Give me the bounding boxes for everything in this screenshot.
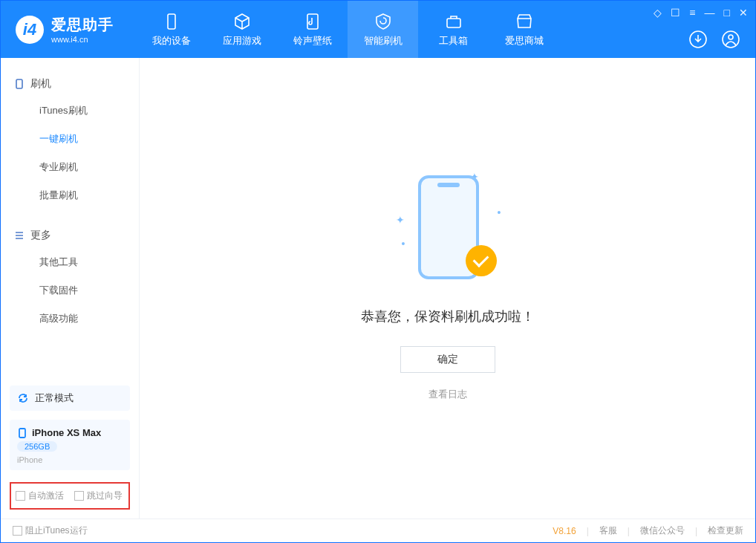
footer-link-service[interactable]: 客服 — [599, 524, 617, 537]
sidebar-item-other-tools[interactable]: 其他工具 — [1, 248, 139, 276]
svg-rect-6 — [16, 79, 22, 88]
sidebar-item-advanced[interactable]: 高级功能 — [1, 305, 139, 333]
ok-button[interactable]: 确定 — [400, 346, 495, 373]
tab-label: 爱思商城 — [505, 34, 544, 48]
shirt-icon[interactable]: ◇ — [654, 7, 662, 19]
checkbox-icon — [74, 491, 84, 501]
view-log-link[interactable]: 查看日志 — [428, 388, 467, 401]
sidebar-item-batch-flash[interactable]: 批量刷机 — [1, 181, 139, 209]
cube-icon — [232, 12, 252, 31]
storage-badge: 256GB — [17, 441, 57, 452]
store-icon — [515, 12, 534, 31]
device-icon — [14, 79, 25, 89]
sidebar-item-pro-flash[interactable]: 专业刷机 — [1, 153, 139, 181]
header-right-icons — [688, 30, 740, 49]
sidebar-bottom-options: 自动激活 跳过向导 — [10, 482, 130, 510]
sidebar-item-oneclick-flash[interactable]: 一键刷机 — [1, 125, 139, 153]
toolbox-icon — [444, 12, 463, 31]
app-url: www.i4.cn — [51, 35, 114, 44]
note-file-icon — [303, 12, 322, 31]
sparkle-icon: ✦ — [396, 214, 405, 226]
tab-ringtones[interactable]: 铃声壁纸 — [277, 1, 348, 58]
phone-icon — [162, 12, 181, 31]
checkbox-skip-guide[interactable]: 跳过向导 — [74, 490, 123, 502]
download-icon[interactable] — [688, 30, 708, 49]
checkbox-auto-activate[interactable]: 自动激活 — [16, 490, 64, 502]
sparkle-icon: • — [498, 207, 501, 218]
sidebar-heading-more: 更多 — [1, 223, 139, 248]
menu-icon[interactable]: ≡ — [689, 7, 695, 19]
footer-link-update[interactable]: 检查更新 — [708, 524, 743, 537]
app-window: i4 爱思助手 www.i4.cn 我的设备 应用游戏 铃声壁纸 智能刷机 — [0, 0, 756, 543]
tab-toolbox[interactable]: 工具箱 — [418, 1, 489, 58]
success-message: 恭喜您，保资料刷机成功啦！ — [361, 308, 535, 325]
tab-label: 铃声壁纸 — [293, 34, 332, 48]
device-info[interactable]: iPhone XS Max 256GB iPhone — [10, 420, 130, 470]
version-label: V8.16 — [553, 526, 576, 536]
mode-label: 正常模式 — [35, 391, 74, 405]
refresh-shield-icon — [374, 12, 393, 31]
header: i4 爱思助手 www.i4.cn 我的设备 应用游戏 铃声壁纸 智能刷机 — [1, 1, 755, 58]
tab-label: 工具箱 — [439, 34, 468, 48]
list-icon — [14, 230, 25, 241]
close-icon[interactable]: ✕ — [739, 7, 748, 19]
sparkle-icon: • — [402, 238, 405, 250]
sidebar: 刷机 iTunes刷机 一键刷机 专业刷机 批量刷机 更多 其他工具 下载固件 … — [1, 58, 140, 518]
footer-link-wechat[interactable]: 微信公众号 — [640, 524, 685, 537]
svg-rect-2 — [447, 19, 460, 27]
main-panel: ✦ • • ✦ 恭喜您，保资料刷机成功啦！ 确定 查看日志 — [140, 58, 755, 518]
heading-label: 更多 — [30, 229, 51, 242]
phone-small-icon — [17, 428, 27, 438]
sidebar-item-itunes-flash[interactable]: iTunes刷机 — [1, 97, 139, 125]
nav-tabs: 我的设备 应用游戏 铃声壁纸 智能刷机 工具箱 爱思商城 — [136, 1, 559, 58]
tab-store[interactable]: 爱思商城 — [489, 1, 559, 58]
device-name: iPhone XS Max — [32, 427, 101, 438]
checkbox-icon — [16, 491, 25, 501]
tab-smart-flash[interactable]: 智能刷机 — [348, 1, 418, 58]
tab-label: 智能刷机 — [364, 34, 403, 48]
sync-icon — [17, 392, 29, 404]
maximize-icon[interactable]: □ — [724, 7, 730, 19]
footer: 阻止iTunes运行 V8.16 | 客服 | 微信公众号 | 检查更新 — [1, 518, 755, 542]
profile-icon[interactable] — [721, 30, 740, 49]
tab-apps[interactable]: 应用游戏 — [206, 1, 277, 58]
body: 刷机 iTunes刷机 一键刷机 专业刷机 批量刷机 更多 其他工具 下载固件 … — [1, 58, 755, 518]
sidebar-heading-flash: 刷机 — [1, 71, 139, 97]
minimize-icon[interactable]: — — [705, 7, 715, 19]
checkbox-icon — [13, 526, 22, 536]
device-type: iPhone — [17, 455, 123, 464]
check-badge-icon — [466, 245, 497, 276]
success-illustration: ✦ • • ✦ — [396, 175, 500, 287]
logo-icon: i4 — [16, 16, 44, 44]
checkbox-block-itunes[interactable]: 阻止iTunes运行 — [13, 524, 88, 537]
tab-label: 我的设备 — [152, 34, 191, 48]
window-controls: ◇ ☐ ≡ — □ ✕ — [654, 7, 748, 19]
app-name: 爱思助手 — [51, 15, 114, 35]
tab-my-device[interactable]: 我的设备 — [136, 1, 206, 58]
checkbox-label: 跳过向导 — [87, 490, 123, 502]
svg-rect-7 — [19, 429, 25, 438]
heading-label: 刷机 — [30, 77, 51, 91]
svg-point-5 — [729, 35, 733, 39]
logo: i4 爱思助手 www.i4.cn — [1, 15, 128, 44]
svg-rect-0 — [168, 14, 175, 29]
tab-label: 应用游戏 — [223, 34, 261, 48]
sidebar-item-download-firmware[interactable]: 下载固件 — [1, 276, 139, 305]
checkbox-label: 阻止iTunes运行 — [25, 524, 88, 537]
checkbox-label: 自动激活 — [28, 490, 64, 502]
feedback-icon[interactable]: ☐ — [671, 7, 680, 19]
mode-box[interactable]: 正常模式 — [10, 386, 130, 411]
